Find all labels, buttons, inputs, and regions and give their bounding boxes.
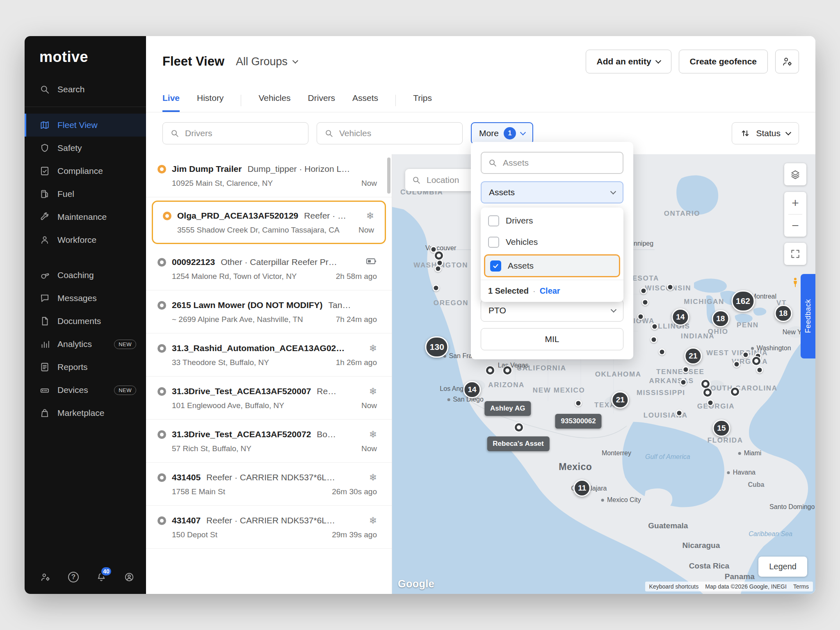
notifications-button[interactable]: 40 — [96, 571, 107, 583]
option-drivers[interactable]: Drivers — [481, 210, 623, 231]
map-ring-marker[interactable] — [703, 388, 712, 397]
asset-list-item[interactable]: 431407 Reefer · CARRIER NDK537*6L… ❄ 150… — [146, 506, 392, 549]
map-asset-dot-marker[interactable] — [435, 265, 442, 272]
map-asset-dot-marker[interactable] — [680, 379, 687, 386]
add-entity-button[interactable]: Add an entity — [586, 50, 671, 73]
sidebar-item-fuel[interactable]: Fuel — [25, 183, 146, 205]
zoom-out-button[interactable]: − — [784, 215, 806, 237]
more-filters-button[interactable]: More 1 — [471, 122, 533, 144]
tab-assets[interactable]: Assets — [352, 93, 378, 112]
sidebar-item-marketplace[interactable]: Marketplace — [25, 402, 146, 425]
vehicles-search-input[interactable]: Vehicles — [317, 122, 463, 144]
checkbox-unchecked[interactable] — [488, 237, 499, 248]
map-asset-dot-marker[interactable] — [651, 323, 658, 330]
map-cluster-marker[interactable]: 21 — [612, 391, 629, 409]
list-scrollbar[interactable] — [387, 158, 390, 194]
user-settings-button[interactable] — [775, 50, 799, 73]
asset-list-item-selected[interactable]: Olga_PRD_ACEA13AF520129 Reefer · … ❄ 355… — [152, 201, 386, 244]
profile-button[interactable] — [124, 571, 135, 583]
drivers-search-input[interactable]: Drivers — [162, 122, 308, 144]
asset-list-item[interactable]: 31.3Drive_Test_ACEA13AF520072 Bo… ❄ 57 R… — [146, 420, 392, 463]
sidebar-item-fleet-view[interactable]: Fleet View — [25, 114, 146, 137]
tab-trips[interactable]: Trips — [413, 93, 432, 112]
legend-button[interactable]: Legend — [758, 557, 807, 577]
option-vehicles[interactable]: Vehicles — [481, 231, 623, 253]
map-cluster-marker[interactable]: 14 — [463, 381, 481, 398]
map-cluster-marker[interactable]: 18 — [712, 310, 729, 327]
map-ring-marker[interactable] — [503, 366, 511, 374]
status-sort-button[interactable]: Status — [732, 122, 799, 144]
map-asset-dot-marker[interactable] — [667, 283, 674, 290]
sidebar-item-maintenance[interactable]: Maintenance — [25, 205, 146, 228]
terms-link[interactable]: Terms — [793, 583, 809, 590]
map-asset-dot-marker[interactable] — [682, 366, 689, 373]
feedback-tab[interactable]: Feedback — [801, 274, 815, 358]
help-button[interactable] — [68, 571, 79, 583]
map-asset-name-tag[interactable]: 935300062 — [555, 414, 602, 429]
map-asset-dot-marker[interactable] — [756, 367, 763, 374]
assets-search-input[interactable]: Assets — [481, 152, 623, 174]
map-fullscreen-button[interactable] — [784, 243, 806, 265]
clear-selection-button[interactable]: Clear — [540, 286, 560, 296]
sidebar-item-reports[interactable]: Reports — [25, 356, 146, 379]
map-ring-marker[interactable] — [486, 366, 494, 374]
map-asset-dot-marker[interactable] — [659, 349, 666, 356]
tab-live[interactable]: Live — [162, 93, 180, 112]
map-asset-dot-marker[interactable] — [640, 288, 647, 294]
sidebar-item-coaching[interactable]: Coaching — [25, 264, 146, 287]
tab-drivers[interactable]: Drivers — [308, 93, 336, 112]
map-cluster-marker[interactable]: 15 — [712, 420, 730, 437]
checkbox-checked[interactable] — [490, 260, 501, 272]
map-asset-dot-marker[interactable] — [575, 399, 582, 406]
map-layers-button[interactable] — [784, 163, 806, 185]
sidebar-item-analytics[interactable]: Analytics NEW — [25, 333, 146, 356]
sidebar-item-compliance[interactable]: Compliance — [25, 160, 146, 183]
sidebar-item-search[interactable]: Search — [25, 78, 146, 101]
map-asset-dot-marker[interactable] — [642, 299, 649, 306]
map-asset-dot-marker[interactable] — [733, 361, 740, 368]
sidebar-item-devices[interactable]: Devices NEW — [25, 379, 146, 402]
map-asset-dot-marker[interactable] — [650, 336, 657, 343]
map-asset-name-tag[interactable]: Rebeca's Asset — [487, 436, 549, 451]
map-asset-name-tag[interactable]: Ashley AG — [484, 401, 531, 416]
asset-list-item[interactable]: 000922123 Other · Caterpillar Reefer Pr…… — [146, 247, 392, 290]
sidebar-item-workforce[interactable]: Workforce — [25, 228, 146, 251]
option-assets-selected[interactable]: Assets — [484, 254, 620, 277]
map-asset-dot-marker[interactable] — [433, 284, 440, 291]
checkbox-unchecked[interactable] — [488, 215, 499, 226]
map-ring-marker[interactable] — [752, 357, 760, 365]
map-asset-dot-marker[interactable] — [676, 410, 682, 417]
keyboard-shortcuts-link[interactable]: Keyboard shortcuts — [649, 583, 699, 590]
map-cluster-marker[interactable]: 11 — [573, 479, 591, 497]
sidebar-item-safety[interactable]: Safety — [25, 137, 146, 160]
sidebar-item-messages[interactable]: Messages — [25, 287, 146, 310]
asset-list-item[interactable]: 431405 Reefer · CARRIER NDK537*6L… ❄ 175… — [146, 463, 392, 506]
map-asset-dot-marker[interactable] — [707, 399, 714, 406]
asset-meta: Reefer · CARRIER NDK537*6L… — [206, 516, 335, 525]
create-geofence-button[interactable]: Create geofence — [679, 50, 768, 73]
map-ring-marker[interactable] — [515, 423, 523, 431]
pto-filter-select[interactable]: PTO — [481, 299, 623, 322]
map-ring-marker[interactable] — [701, 380, 710, 388]
tab-history[interactable]: History — [197, 93, 224, 112]
map-cluster-marker[interactable]: 130 — [425, 336, 449, 358]
map-asset-dot-marker[interactable] — [637, 313, 644, 320]
map-cluster-marker[interactable]: 18 — [774, 305, 792, 322]
map-cluster-marker[interactable]: 21 — [684, 347, 702, 365]
sidebar-item-documents[interactable]: Documents — [25, 310, 146, 333]
asset-list-item[interactable]: 31.3Drive_Test_ACEA13AF520007 Re… ❄ 101 … — [146, 377, 392, 420]
map-asset-dot-marker[interactable] — [742, 351, 749, 358]
zoom-in-button[interactable]: + — [784, 192, 806, 214]
map-ring-marker[interactable] — [435, 251, 443, 260]
tab-vehicles[interactable]: Vehicles — [258, 93, 290, 112]
entity-type-select[interactable]: Assets — [481, 181, 623, 203]
group-selector[interactable]: All Groups — [236, 55, 297, 68]
map-cluster-marker[interactable]: 162 — [731, 290, 755, 312]
map-ring-marker[interactable] — [731, 388, 739, 396]
asset-list-item[interactable]: 31.3_Rashid_Automation_ACEA13AG02… ❄ 33 … — [146, 333, 392, 377]
map-cluster-marker[interactable]: 14 — [671, 308, 689, 326]
asset-list-item[interactable]: Jim Dump Trailer Dump_tipper · Horizon L… — [146, 154, 392, 197]
mil-filter-button[interactable]: MIL — [481, 328, 623, 350]
admin-settings-button[interactable] — [40, 571, 51, 583]
asset-list-item[interactable]: 2615 Lawn Mower (DO NOT MODIFY) Tan… ~ 2… — [146, 290, 392, 333]
